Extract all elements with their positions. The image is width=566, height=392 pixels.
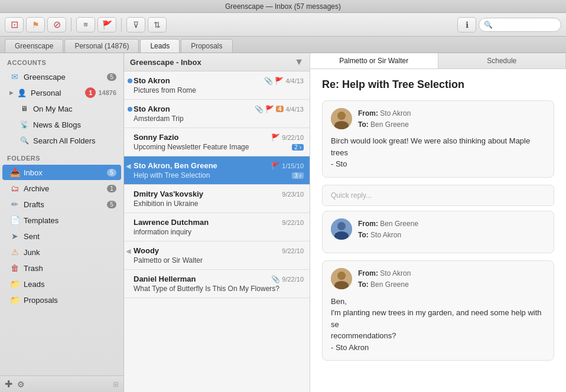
email-body-3: Ben,I'm planting new trees in my garden,… [331, 296, 545, 354]
sidebar-item-personal-label: Personal [31, 89, 83, 97]
sort-button[interactable]: ⇅ [148, 17, 167, 32]
toolbar-separator-2 [121, 18, 122, 32]
filter-button[interactable]: ⊽ [126, 17, 145, 32]
message-item-7-top: Woody 9/22/10 [134, 246, 304, 255]
templates-icon: 📄 [9, 215, 20, 226]
sidebar-item-greenscape[interactable]: ✉ Greenscape 5 [2, 69, 121, 84]
email-body-1: Birch would look great! We were also thi… [331, 135, 545, 170]
message-list-title: Greenscape - Inbox [130, 58, 201, 67]
thread-2: 2 › [292, 144, 304, 151]
date-2: 4/4/13 [285, 106, 304, 113]
to-line-2: To: Sto Akron [358, 230, 418, 241]
sidebar-item-junk[interactable]: ⚠ Junk [2, 244, 121, 260]
message-item-5[interactable]: Dmitry Vas'kovskiy 9/23/10 Exhibition in… [124, 185, 310, 213]
forward-indicator-4: ◀ [126, 162, 131, 170]
email-header-3: From: Sto Akron To: Ben Greene [331, 268, 545, 290]
delete-button[interactable]: ⊘ [47, 17, 66, 32]
sidebar-item-inbox-label: Inbox [24, 168, 107, 177]
flag-orange-button[interactable]: ⚑ [26, 17, 45, 32]
avatar-sto-2 [331, 268, 352, 289]
sort-toggle-icon[interactable]: ▼ [294, 57, 304, 67]
from-line-2: From: Ben Greene [358, 218, 418, 230]
sidebar-item-news-blogs[interactable]: 📡 News & Blogs [2, 117, 121, 132]
message-detail: Palmetto or Sir Walter Schedule Re: Help… [310, 53, 566, 392]
sidebar-item-search-all-label: Search All Folders [33, 136, 116, 145]
forward-indicator-7: ◀ [126, 247, 131, 255]
tab-personal[interactable]: Personal (14876) [64, 39, 139, 53]
sidebar-item-proposals[interactable]: 📁 Proposals [2, 292, 121, 308]
sidebar-item-trash[interactable]: 🗑 Trash [2, 260, 121, 276]
compose-icon[interactable]: ✚ [5, 378, 12, 390]
from-name-2: Ben Greene [380, 220, 418, 228]
tab-proposals[interactable]: Proposals [181, 39, 232, 53]
flag-red-button[interactable]: 🚩 [97, 17, 116, 32]
svg-point-7 [337, 272, 346, 280]
window-title: Greenscape — Inbox (57 messages) [225, 2, 341, 11]
toolbar-separator-1 [71, 18, 71, 32]
to-name-3: Ben Greene [370, 280, 409, 289]
toolbar: ⊡ ⚑ ⊘ ≡ 🚩 ⊽ ⇅ ℹ 🔍 [0, 13, 566, 37]
flag-icon-1: 🚩 [275, 77, 284, 85]
message-1-icons: 📎 🚩 4/4/13 [264, 77, 304, 85]
tab-bar: Greenscape Personal (14876) Leads Propos… [0, 37, 566, 53]
search-all-icon: 🔍 [19, 135, 30, 146]
avatar-ben-1 [331, 218, 352, 240]
inbox-icon: 📥 [9, 167, 20, 178]
archive-badge: 1 [107, 185, 116, 192]
message-item-1[interactable]: Sto Akron 📎 🚩 4/4/13 Pictures from Rome [124, 71, 310, 100]
detail-tab-palmetto[interactable]: Palmetto or Sir Walter [310, 53, 438, 68]
sidebar-item-archive[interactable]: 🗂 Archive 1 [2, 181, 121, 196]
email-meta-3: From: Sto Akron To: Ben Greene [358, 268, 411, 290]
tab-leads[interactable]: Leads [140, 39, 180, 53]
sidebar-item-greenscape-label: Greenscape [24, 73, 107, 81]
search-box[interactable]: 🔍 [479, 18, 561, 32]
info-button[interactable]: ℹ [457, 17, 476, 32]
subject-4: Help with Tree Selection [134, 171, 210, 179]
archive-button[interactable]: ⊡ [5, 17, 24, 32]
to-line-1: To: Ben Greene [358, 119, 411, 130]
sidebar-item-templates[interactable]: 📄 Templates [2, 213, 121, 228]
sender-3: Sonny Fazio [134, 133, 179, 142]
subject-7: Palmetto or Sir Walter [134, 256, 304, 264]
sidebar-item-sent[interactable]: ➤ Sent [2, 228, 121, 244]
title-bar: Greenscape — Inbox (57 messages) [0, 0, 566, 13]
sender-7: Woody [134, 246, 159, 255]
message-4-bottom: Help with Tree Selection 3 › [134, 171, 304, 179]
message-item-6[interactable]: Lawrence Dutchman 9/22/10 information in… [124, 213, 310, 241]
detail-tab-schedule[interactable]: Schedule [438, 53, 567, 68]
proposals-icon: 📁 [9, 295, 20, 305]
flag-icon-4: 🚩 [271, 162, 280, 170]
from-name-3: Sto Akron [380, 269, 411, 277]
tab-greenscape[interactable]: Greenscape [5, 39, 63, 53]
main-layout: Accounts ✉ Greenscape 5 ▶ 👤 Personal 1 1… [0, 53, 566, 392]
message-item-2[interactable]: Sto Akron 📎 🚩 4 4/4/13 Amsterdam Trip [124, 100, 310, 128]
sidebar-item-drafts[interactable]: ✏ Drafts 5 [2, 197, 121, 212]
message-2-icons: 📎 🚩 4 4/4/13 [255, 105, 304, 113]
mark-read-button[interactable]: ≡ [76, 17, 95, 32]
personal-expand-arrow: ▶ [9, 90, 15, 96]
sidebar-item-inbox[interactable]: 📥 Inbox 5 [2, 165, 121, 180]
quick-reply[interactable]: Quick reply... [322, 185, 554, 206]
sidebar-bottom: ✚ ⚙ ⊞ [0, 375, 123, 392]
personal-count: 14876 [98, 89, 116, 96]
sidebar-item-leads[interactable]: 📁 Leads [2, 276, 121, 292]
sidebar-item-personal[interactable]: ▶ 👤 Personal 1 14876 [2, 85, 121, 100]
message-4-icons: 🚩 1/15/10 [271, 162, 304, 170]
message-item-7[interactable]: ◀ Woody 9/22/10 Palmetto or Sir Walter [124, 241, 310, 270]
email-bubble-2: From: Ben Greene To: Sto Akron [322, 211, 554, 253]
leads-icon: 📁 [9, 279, 20, 289]
sidebar-item-on-mac[interactable]: 🖥 On My Mac [2, 101, 121, 116]
sidebar-item-proposals-label: Proposals [24, 296, 116, 305]
message-3-bottom: Upcoming Newsletter Feature Image 2 › [134, 143, 304, 151]
subject-8: What Type of Butterfly Is This On My Flo… [134, 285, 304, 293]
sidebar-item-search-all[interactable]: 🔍 Search All Folders [2, 133, 121, 148]
sender-2: Sto Akron [134, 104, 170, 113]
settings-icon[interactable]: ⚙ [17, 380, 25, 389]
sidebar-toggle-icon[interactable]: ⊞ [113, 380, 119, 388]
message-item-3[interactable]: Sonny Fazio 🚩 9/22/10 Upcoming Newslette… [124, 128, 310, 156]
message-item-4[interactable]: ◀ Sto Akron, Ben Greene 🚩 1/15/10 Help w… [124, 156, 310, 185]
message-item-8[interactable]: Daniel Hellerman 📎 9/22/10 What Type of … [124, 270, 310, 298]
email-meta-1: From: Sto Akron To: Ben Greene [358, 108, 411, 130]
sender-6: Lawrence Dutchman [134, 218, 209, 227]
date-3: 9/22/10 [282, 134, 304, 141]
